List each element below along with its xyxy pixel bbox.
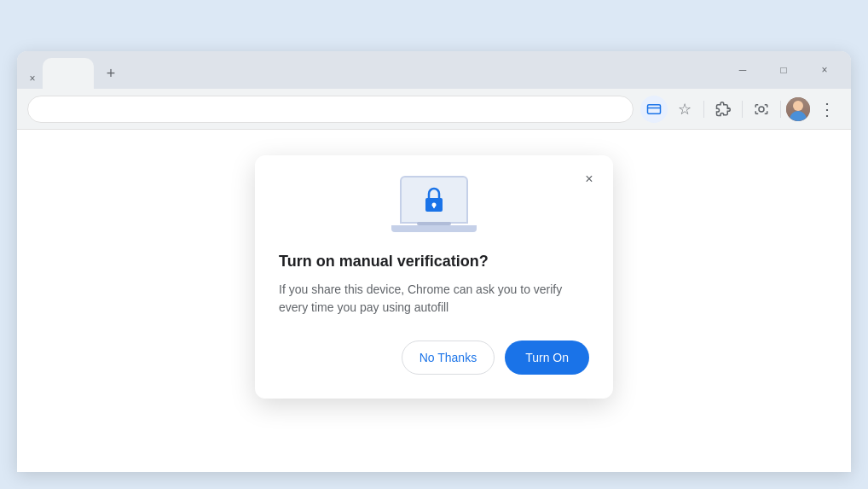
laptop-icon: [391, 176, 477, 236]
modal-dialog: ×: [255, 155, 613, 399]
lock-icon: [420, 184, 448, 215]
window-controls: ─ □ ×: [723, 51, 851, 89]
page-content: ×: [17, 130, 851, 472]
chrome-menu-button[interactable]: ⋮: [813, 96, 841, 123]
avatar: [786, 97, 810, 121]
extensions-icon: [715, 102, 731, 117]
toolbar-divider-3: [780, 101, 781, 118]
maximize-button[interactable]: □: [764, 56, 803, 84]
svg-rect-0: [648, 104, 661, 114]
minimize-button[interactable]: ─: [723, 56, 762, 84]
active-tab[interactable]: [43, 58, 94, 89]
tab-close-area: ×: [26, 72, 39, 89]
card-icon: [646, 102, 662, 117]
dialog-description: If you share this device, Chrome can ask…: [279, 281, 589, 317]
modal-actions: No Thanks Turn On: [279, 341, 589, 375]
new-tab-button[interactable]: +: [99, 61, 123, 85]
laptop-base: [391, 225, 477, 232]
laptop-screen: [400, 176, 468, 224]
svg-point-2: [759, 107, 764, 112]
tab-close-button[interactable]: ×: [26, 72, 39, 85]
omnibar[interactable]: [27, 96, 634, 123]
browser-window: × + ─ □ ×: [17, 51, 851, 472]
extensions-button[interactable]: [709, 96, 737, 123]
screenshot-button[interactable]: [748, 96, 775, 123]
no-thanks-button[interactable]: No Thanks: [402, 341, 495, 375]
toolbar-divider-1: [703, 101, 704, 118]
dialog-title: Turn on manual verification?: [279, 253, 589, 271]
bookmark-button[interactable]: ☆: [671, 96, 698, 123]
modal-close-button[interactable]: ×: [577, 167, 601, 191]
avatar-body: [790, 111, 807, 121]
toolbar-divider-2: [742, 101, 743, 118]
turn-on-button[interactable]: Turn On: [505, 341, 589, 375]
toolbar: ☆ ⋮: [17, 89, 851, 130]
profile-avatar-button[interactable]: [786, 97, 810, 121]
modal-illustration: [279, 176, 589, 236]
screenshot-icon: [754, 102, 769, 117]
toolbar-icons: ☆ ⋮: [640, 96, 841, 123]
avatar-head: [793, 101, 803, 111]
modal-overlay: ×: [17, 130, 851, 472]
window-close-button[interactable]: ×: [805, 56, 844, 84]
svg-rect-5: [433, 205, 435, 208]
payment-autofill-icon-button[interactable]: [640, 96, 668, 123]
tab-bar: × + ─ □ ×: [17, 51, 851, 89]
